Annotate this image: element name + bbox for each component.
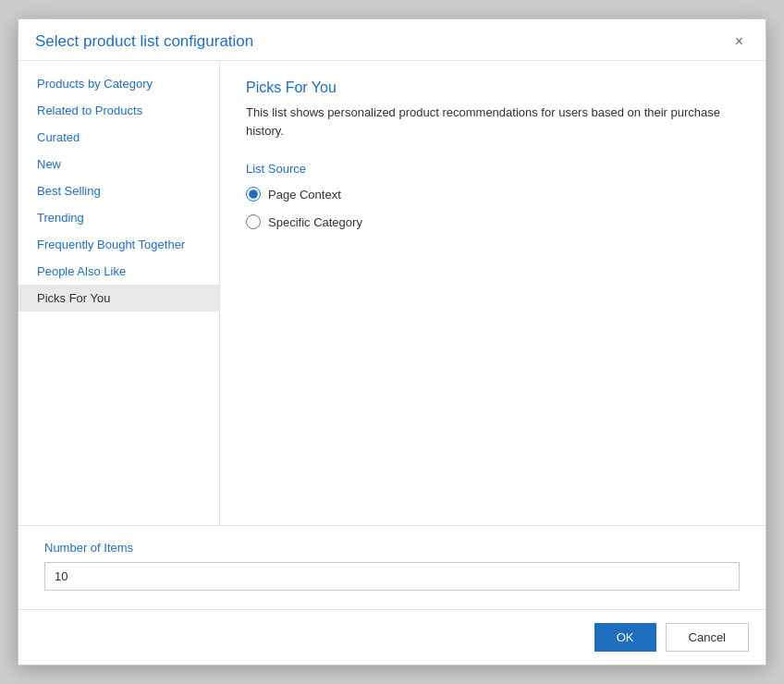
radio-specific-category[interactable]: [246, 214, 261, 229]
sidebar-item-best-selling[interactable]: Best Selling: [18, 177, 219, 204]
radio-page-context-label: Page Context: [268, 188, 341, 202]
sidebar-item-picks-for-you[interactable]: Picks For You: [18, 285, 219, 311]
sidebar-item-people-also-like[interactable]: People Also Like: [18, 258, 219, 285]
radio-group: Page Context Specific Category: [246, 187, 740, 229]
dialog-body: Products by Category Related to Products…: [18, 60, 766, 525]
dialog-title-bar: Select product list configuration ×: [18, 19, 766, 60]
sidebar-item-trending[interactable]: Trending: [18, 204, 219, 231]
radio-option-specific-category[interactable]: Specific Category: [246, 214, 740, 229]
dialog-footer: OK Cancel: [18, 609, 766, 665]
list-source-label: List Source: [246, 162, 740, 176]
number-of-items-label: Number of Items: [44, 541, 740, 555]
radio-page-context[interactable]: [246, 187, 261, 202]
close-button[interactable]: ×: [729, 32, 749, 51]
dialog: Select product list configuration × Prod…: [18, 18, 766, 666]
content-title: Picks For You: [246, 79, 740, 96]
dialog-title: Select product list configuration: [35, 32, 253, 51]
sidebar-item-related-to-products[interactable]: Related to Products: [18, 97, 219, 124]
number-of-items-input[interactable]: [44, 562, 740, 591]
footer-section: Number of Items: [18, 525, 766, 609]
main-content: Picks For You This list shows personaliz…: [220, 61, 766, 525]
cancel-button[interactable]: Cancel: [666, 623, 749, 652]
radio-specific-category-label: Specific Category: [268, 215, 362, 229]
radio-option-page-context[interactable]: Page Context: [246, 187, 740, 202]
sidebar-item-new[interactable]: New: [18, 151, 219, 177]
sidebar-item-frequently-bought-together[interactable]: Frequently Bought Together: [18, 231, 219, 258]
content-description: This list shows personalized product rec…: [246, 104, 740, 140]
sidebar-item-curated[interactable]: Curated: [18, 124, 219, 151]
sidebar: Products by Category Related to Products…: [18, 61, 220, 525]
sidebar-item-products-by-category[interactable]: Products by Category: [18, 70, 219, 97]
ok-button[interactable]: OK: [594, 623, 656, 652]
